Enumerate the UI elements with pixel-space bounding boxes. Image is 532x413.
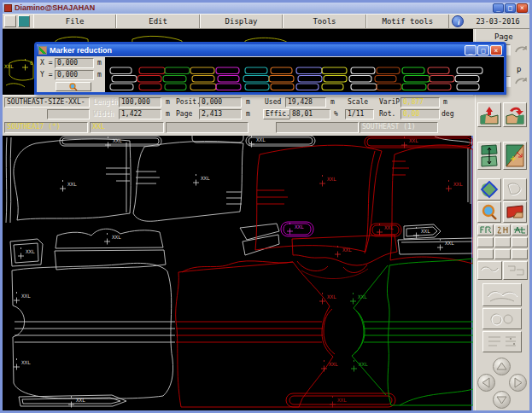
svg-text:XXL: XXL — [337, 397, 347, 403]
menu-item[interactable]: File — [33, 15, 116, 28]
disabled-large-button-3[interactable] — [482, 331, 522, 352]
effic-button[interactable]: Effic. — [263, 109, 293, 119]
svg-text:XXL: XXL — [445, 240, 454, 246]
disabled-wide-button-1[interactable] — [477, 261, 502, 280]
varip-label: VariP — [379, 97, 400, 108]
menu-item[interactable]: Motif tools — [366, 15, 449, 28]
svg-text:XXL: XXL — [112, 234, 121, 240]
pattern-pieces-svg: XXLXXLXXLXXLXXLXXLXXLXXLXXLXXLXXLXXLXXLX… — [3, 136, 473, 410]
menu-item[interactable]: Display — [200, 15, 283, 28]
stack-pieces-button[interactable] — [477, 142, 501, 170]
arrow-down-icon — [495, 393, 508, 406]
page-unit: m — [246, 109, 250, 119]
title-bar[interactable]: Diamino@SHAJAHAN _ □ × — [3, 3, 529, 14]
brand-logo-icon[interactable] — [18, 15, 30, 27]
svg-text:XXL: XXL — [21, 359, 31, 365]
reduction-preview[interactable] — [105, 57, 504, 92]
svg-text:XXL: XXL — [327, 294, 336, 300]
page-field: 2,413 — [199, 109, 242, 119]
application-window: Diamino@SHAJAHAN _ □ × FileEditDisplayTo… — [0, 0, 532, 413]
marker-name-field[interactable]: SOUTHEAST-SIZE-XXL- — [4, 97, 90, 108]
red-piece-icon — [505, 203, 525, 221]
second-go-button[interactable] — [512, 75, 529, 89]
window-title: Diamino@SHAJAHAN — [15, 3, 493, 14]
minimize-icon[interactable]: _ — [493, 3, 504, 13]
svg-text:XXL: XXL — [453, 181, 463, 187]
embossed-map-icon — [479, 263, 500, 278]
scale-field[interactable]: 1/11 — [345, 109, 374, 119]
embossed-pieces-icon — [485, 286, 519, 305]
rot-field: 0,00 — [400, 109, 440, 119]
pieces-vertical-arrows-icon — [479, 143, 500, 168]
return-piece-button[interactable] — [503, 102, 527, 127]
effic-field: 88,01 — [289, 109, 330, 119]
pan-down-button[interactable] — [493, 391, 511, 409]
dialog-close-icon[interactable]: × — [490, 45, 502, 55]
disabled-small-button-1[interactable] — [477, 237, 494, 247]
disabled-wide-button-2[interactable] — [503, 261, 528, 280]
posit-unit: m — [246, 97, 250, 108]
disabled-large-button-1[interactable] — [482, 283, 522, 306]
info-icon[interactable]: i — [452, 15, 464, 27]
varip-field: 0,877 — [400, 97, 440, 108]
svg-text:XXL: XXL — [201, 175, 210, 181]
annotation-fr-button[interactable] — [477, 224, 494, 236]
page-nav-label: Page — [494, 32, 513, 41]
status-field — [276, 122, 359, 133]
svg-text:XXL: XXL — [327, 176, 336, 182]
zoom-button[interactable] — [477, 201, 501, 223]
pan-up-button[interactable] — [493, 358, 511, 375]
page-go-button[interactable] — [512, 44, 529, 57]
disabled-small-button-5[interactable] — [494, 249, 511, 259]
piece-color-button[interactable] — [503, 201, 527, 223]
piece-diagonal-split-icon — [505, 143, 525, 168]
marker-canvas[interactable]: XXLXXLXXLXXLXXLXXLXXLXXLXXLXXLXXLXXLXXLX… — [3, 136, 473, 410]
svg-text:XXL: XXL — [67, 181, 77, 187]
dialog-maximize-icon[interactable]: □ — [477, 45, 489, 55]
menu-item[interactable]: Edit — [116, 15, 199, 28]
posit-label: Posit. — [176, 97, 201, 108]
dialog-zoom-button[interactable] — [56, 82, 91, 91]
secondary-name-field[interactable] — [47, 109, 90, 119]
letters-strike-icon — [513, 226, 526, 234]
disabled-zone-button[interactable] — [503, 178, 527, 201]
move-piece-up-button[interactable] — [477, 102, 501, 127]
dialog-title-bar[interactable]: Marker reduction _ □ × — [37, 44, 504, 56]
svg-text:XXL: XXL — [21, 293, 31, 299]
arrow-left-icon — [480, 376, 493, 389]
varip-unit: m — [443, 97, 447, 108]
length-label: Length — [93, 97, 118, 108]
close-icon[interactable]: × — [517, 3, 528, 13]
exit-door-icon[interactable] — [4, 15, 16, 27]
magnifier-icon — [479, 203, 500, 221]
disabled-small-button-6[interactable] — [512, 249, 528, 259]
status-field: XXL — [90, 122, 164, 133]
annotation-size-button[interactable] — [494, 224, 511, 236]
coordinate-input[interactable]: 0,000 — [55, 70, 94, 80]
rot-label: Rot. — [379, 109, 395, 119]
second-nav-label: p — [517, 65, 521, 73]
disabled-small-button-2[interactable] — [494, 237, 511, 247]
disabled-large-button-2[interactable] — [482, 308, 522, 329]
piece-labels: XXLXXLXXLXXLXXLXXLXXLXXLXXLXXLXXLXXLXXLX… — [14, 136, 463, 408]
coordinate-input[interactable]: 0,000 — [55, 58, 94, 68]
annotation-al-button[interactable] — [512, 224, 528, 236]
pan-right-button[interactable] — [509, 374, 527, 392]
split-piece-button[interactable] — [503, 142, 527, 170]
used-unit: m — [330, 97, 335, 108]
arrow-right-icon — [512, 376, 524, 389]
disabled-small-button-4[interactable] — [477, 249, 494, 259]
app-icon — [4, 4, 12, 12]
select-zone-button[interactable] — [477, 178, 501, 201]
maximize-icon[interactable]: □ — [505, 3, 516, 13]
menu-item[interactable]: Tools — [283, 15, 365, 28]
dialog-minimize-icon[interactable]: _ — [465, 45, 476, 55]
embossed-map-icon — [505, 263, 526, 278]
embossed-blob-icon — [505, 180, 525, 199]
disabled-small-button-3[interactable] — [512, 237, 528, 247]
green-pieces — [352, 259, 473, 405]
length-unit: m — [166, 97, 170, 108]
pan-left-button[interactable] — [477, 374, 495, 392]
coordinate-label: X = — [40, 59, 55, 67]
used-field: 19,428 — [285, 97, 326, 108]
